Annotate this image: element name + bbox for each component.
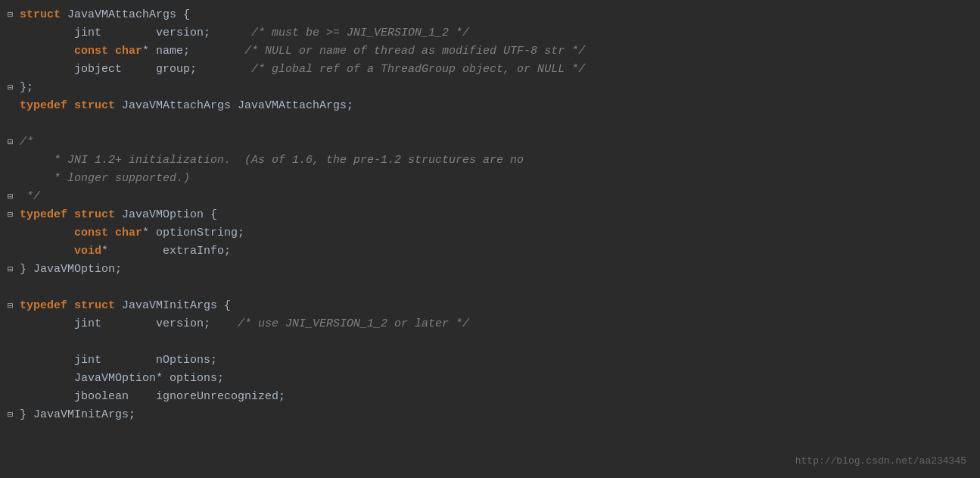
code-line: ⊟typedef struct JavaVMOption { — [0, 206, 980, 224]
fold-empty — [8, 354, 18, 368]
code-line: JavaVMOption* options; — [0, 370, 980, 388]
punct-token: }; — [20, 79, 33, 96]
kw-token: const char — [74, 224, 142, 242]
kw-token: typedef struct — [20, 206, 122, 223]
fold-closed-icon[interactable]: ⊟ — [8, 299, 18, 314]
ident-token: * optionString; — [142, 224, 244, 242]
ident-token: * name; — [142, 42, 244, 60]
indent-space — [20, 170, 47, 187]
fold-closed-icon[interactable]: ⊟ — [8, 136, 18, 150]
comment-token: /* global ref of a ThreadGroup object, o… — [251, 61, 585, 78]
fold-empty — [8, 63, 18, 77]
punct-token: { — [210, 206, 217, 223]
code-lines: ⊟struct JavaVMAttachArgs { jint version;… — [0, 6, 980, 424]
kw-token: const char — [74, 42, 142, 60]
indent-space — [20, 42, 74, 60]
ident-token: jint version; — [74, 24, 251, 42]
fold-empty — [8, 227, 18, 241]
indent-space — [20, 224, 74, 242]
fold-empty — [8, 115, 18, 130]
punct-token: { — [183, 6, 190, 23]
code-line: ⊟} JavaVMOption; — [0, 261, 980, 279]
indent-space — [20, 315, 74, 333]
punct-token: { — [224, 297, 231, 314]
fold-empty — [8, 27, 18, 41]
fold-empty — [8, 317, 18, 332]
ident-token: jint version; — [74, 315, 238, 333]
indent-space — [20, 388, 74, 405]
code-line: * JNI 1.2+ initialization. (As of 1.6, t… — [0, 152, 980, 170]
fold-empty — [8, 172, 18, 186]
code-line: const char* name; /* NULL or name of thr… — [0, 42, 980, 61]
code-line — [0, 115, 980, 133]
code-editor: ⊟struct JavaVMAttachArgs { jint version;… — [0, 0, 980, 478]
ident-token: jboolean ignoreUnrecognized; — [74, 388, 285, 405]
punct-token: } — [20, 261, 33, 278]
comment-token: /* NULL or name of thread as modified UT… — [244, 42, 585, 60]
fold-empty — [8, 245, 18, 259]
ident-token: jint nOptions; — [74, 351, 217, 369]
code-line: jint version; /* must be >= JNI_VERSION_… — [0, 24, 980, 42]
ident-token: JavaVMOption; — [33, 261, 122, 278]
fold-empty — [8, 333, 18, 348]
code-line — [0, 333, 980, 351]
ident-token: * extraInfo; — [101, 242, 231, 260]
ident-token: JavaVMOption* options; — [74, 370, 224, 387]
code-line: ⊟} JavaVMInitArgs; — [0, 406, 980, 424]
fold-empty — [8, 45, 18, 59]
indent-space — [20, 370, 74, 387]
code-line: typedef struct JavaVMAttachArgs JavaVMAt… — [0, 97, 980, 115]
fold-closed-icon[interactable]: ⊟ — [8, 190, 18, 205]
kw-token: typedef struct — [20, 297, 122, 314]
kw-token: void — [74, 242, 101, 260]
code-line: const char* optionString; — [0, 224, 980, 242]
fold-empty — [8, 390, 18, 405]
fold-closed-icon[interactable]: ⊟ — [8, 208, 18, 223]
ident-token: JavaVMOption — [122, 206, 210, 223]
code-line — [0, 279, 980, 297]
code-line: ⊟/* — [0, 133, 980, 152]
code-line: ⊟typedef struct JavaVMInitArgs { — [0, 297, 980, 315]
ident-token: JavaVMAttachArgs — [67, 6, 183, 23]
fold-empty — [8, 372, 18, 386]
code-line: * longer supported.) — [0, 170, 980, 188]
code-line: jobject group; /* global ref of a Thread… — [0, 61, 980, 79]
fold-closed-icon[interactable]: ⊟ — [8, 8, 18, 23]
fold-closed-icon[interactable]: ⊟ — [8, 263, 18, 277]
ident-token: JavaVMAttachArgs JavaVMAttachArgs; — [122, 97, 353, 114]
indent-space — [20, 61, 74, 78]
code-line: ⊟}; — [0, 79, 980, 97]
code-line: ⊟ */ — [0, 188, 980, 206]
comment-token: /* — [20, 133, 33, 151]
code-line: ⊟struct JavaVMAttachArgs { — [0, 6, 980, 24]
fold-empty — [8, 99, 18, 114]
fold-empty — [8, 279, 18, 293]
kw-token: typedef struct — [20, 97, 122, 114]
comment-token: /* must be >= JNI_VERSION_1_2 */ — [251, 24, 469, 42]
watermark: http://blog.csdn.net/aa234345 — [795, 454, 966, 469]
code-line: jboolean ignoreUnrecognized; — [0, 388, 980, 406]
punct-token: } — [20, 406, 33, 423]
indent-space — [20, 152, 47, 169]
comment-token: */ — [20, 188, 40, 205]
comment-token: * longer supported.) — [47, 170, 190, 187]
indent-space — [20, 351, 74, 369]
indent-space — [20, 242, 74, 260]
indent-space — [20, 24, 74, 42]
ident-token: jobject group; — [74, 61, 251, 78]
ident-token: JavaVMInitArgs — [122, 297, 224, 314]
fold-closed-icon[interactable]: ⊟ — [8, 81, 18, 95]
code-line: void* extraInfo; — [0, 242, 980, 261]
fold-closed-icon[interactable]: ⊟ — [8, 408, 18, 423]
ident-token: JavaVMInitArgs; — [33, 406, 135, 423]
code-line: jint nOptions; — [0, 351, 980, 370]
comment-token: /* use JNI_VERSION_1_2 or later */ — [238, 315, 469, 333]
kw-token: struct — [20, 6, 67, 23]
code-line: jint version; /* use JNI_VERSION_1_2 or … — [0, 315, 980, 333]
comment-token: * JNI 1.2+ initialization. (As of 1.6, t… — [47, 152, 524, 169]
fold-empty — [8, 154, 18, 168]
